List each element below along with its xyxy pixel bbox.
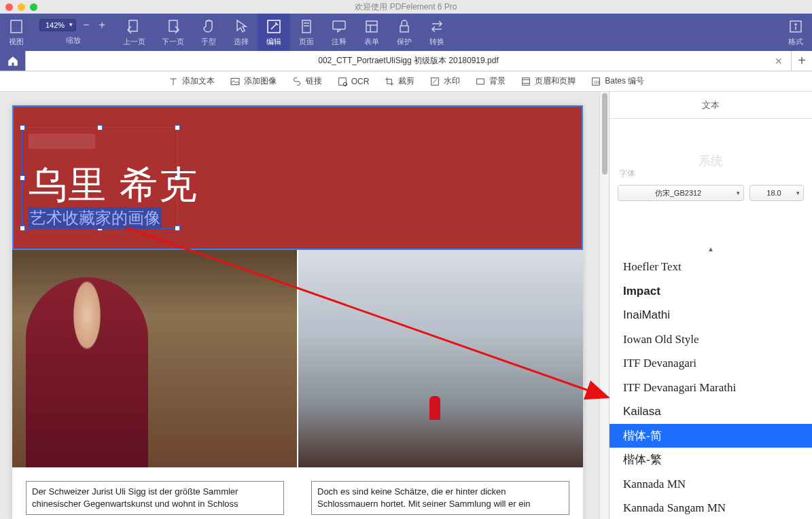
font-option[interactable]: ITF Devanagari Marathi xyxy=(610,376,812,400)
font-option-highlighted[interactable]: 楷体-简 xyxy=(610,424,812,448)
background-button[interactable]: 背景 xyxy=(475,75,506,87)
font-family-select[interactable]: 仿宋_GB2312 xyxy=(618,185,744,201)
photo-right xyxy=(298,250,583,467)
svg-rect-20 xyxy=(523,77,530,85)
panel-system-label: 系统 xyxy=(699,153,723,169)
page-icon xyxy=(298,18,315,35)
properties-panel: 文本 系统 字体 仿宋_GB2312 18.0 ▲ Hoefler Text I… xyxy=(609,92,812,519)
zoom-select[interactable]: 142% xyxy=(39,19,76,31)
svg-rect-19 xyxy=(477,79,484,84)
close-window-button[interactable] xyxy=(5,3,13,11)
add-tab-button[interactable]: + xyxy=(792,51,812,71)
font-option[interactable]: 楷体-繁 xyxy=(610,448,812,472)
page-button[interactable]: 页面 xyxy=(290,14,323,51)
svg-rect-1 xyxy=(129,20,137,31)
zoom-in-button[interactable]: + xyxy=(96,19,107,31)
next-page-button[interactable]: 下一页 xyxy=(154,14,192,51)
lock-icon xyxy=(396,18,412,35)
comment-button[interactable]: 注释 xyxy=(323,14,355,51)
convert-icon xyxy=(429,18,445,35)
tab-bar: 002_CTT_PortraetUliSigg 初级版本 20180919.pd… xyxy=(0,51,812,71)
prev-page-icon xyxy=(126,18,142,35)
header-footer-button[interactable]: 页眉和页脚 xyxy=(520,75,576,87)
vertical-scrollbar[interactable] xyxy=(599,92,609,519)
main-toolbar: 视图 142% − + 缩放 上一页 下一页 手型 选择 编辑 页面 注释 表单 xyxy=(0,14,812,51)
prev-page-button[interactable]: 上一页 xyxy=(115,14,154,51)
scrollbar-thumb[interactable] xyxy=(602,93,607,175)
document-tab-label: 002_CTT_PortraetUliSigg 初级版本 20180919.pd… xyxy=(318,55,498,67)
format-button[interactable]: 格式 xyxy=(779,14,812,51)
font-option[interactable]: Kannada Sangam MN xyxy=(610,496,812,519)
font-option[interactable]: Impact xyxy=(610,279,812,304)
svg-rect-4 xyxy=(302,20,311,33)
document-subtitle[interactable]: 艺术收藏家的画像 xyxy=(29,207,162,229)
font-size-select[interactable]: 18.0 xyxy=(749,185,804,201)
font-option[interactable]: ITF Devanagari xyxy=(610,351,812,376)
close-tab-button[interactable]: ✕ xyxy=(775,56,783,67)
edit-icon xyxy=(266,18,282,35)
font-option[interactable]: Kannada MN xyxy=(610,472,812,497)
svg-rect-7 xyxy=(333,21,345,29)
font-option[interactable]: Kailasa xyxy=(610,399,812,424)
svg-point-13 xyxy=(795,24,796,25)
comment-icon xyxy=(331,18,347,35)
distant-figure xyxy=(429,396,440,420)
edit-tool-button[interactable]: 编辑 xyxy=(258,14,290,51)
font-option[interactable]: Iowan Old Style xyxy=(610,327,812,352)
zoom-out-button[interactable]: − xyxy=(80,19,92,31)
content-area: 乌里 希克 艺术收藏家的画像 Der Schweizer Jurist Uli … xyxy=(0,92,812,519)
window-controls xyxy=(5,3,37,11)
person-figure xyxy=(26,277,148,467)
add-image-button[interactable]: 添加图像 xyxy=(230,75,277,87)
svg-rect-11 xyxy=(400,26,408,32)
maximize-window-button[interactable] xyxy=(30,3,37,11)
add-text-button[interactable]: 添加文本 xyxy=(168,75,215,87)
document-tab[interactable]: 002_CTT_PortraetUliSigg 初级版本 20180919.pd… xyxy=(26,51,792,71)
header-block[interactable]: 乌里 希克 艺术收藏家的画像 xyxy=(12,105,583,250)
window-title: 欢迎使用 PDFelement 6 Pro xyxy=(355,1,457,13)
font-section-label: 字体 xyxy=(619,168,804,179)
text-column-right[interactable]: Doch es sind keine Schätze, die er hinte… xyxy=(311,481,569,515)
format-icon xyxy=(788,18,804,35)
svg-rect-2 xyxy=(169,20,177,31)
watermark-button[interactable]: 水印 xyxy=(429,75,460,87)
home-tab[interactable] xyxy=(0,51,26,71)
text-column-left[interactable]: Der Schweizer Jurist Uli Sigg ist der gr… xyxy=(26,481,284,515)
panel-tab-text[interactable]: 文本 xyxy=(610,92,812,119)
zoom-group: 142% − + 缩放 xyxy=(33,14,115,51)
convert-button[interactable]: 转换 xyxy=(421,14,453,51)
select-tool-button[interactable]: 选择 xyxy=(225,14,258,51)
edit-toolbar: 添加文本 添加图像 链接 OCR 裁剪 水印 背景 页眉和页脚 123Bates… xyxy=(0,71,812,92)
document-page: 乌里 希克 艺术收藏家的画像 Der Schweizer Jurist Uli … xyxy=(12,105,583,519)
svg-rect-16 xyxy=(338,77,346,85)
hand-icon xyxy=(200,18,217,35)
text-columns: Der Schweizer Jurist Uli Sigg ist der gr… xyxy=(12,467,583,519)
font-dropdown-list[interactable]: ▲ Hoefler Text Impact InaiMathi Iowan Ol… xyxy=(610,245,812,519)
document-title[interactable]: 乌里 希克 xyxy=(29,160,198,211)
cursor-icon xyxy=(233,18,249,35)
font-option[interactable]: InaiMathi xyxy=(610,303,812,327)
scroll-up-arrow[interactable]: ▲ xyxy=(610,245,812,255)
form-button[interactable]: 表单 xyxy=(355,14,388,51)
view-icon xyxy=(8,18,24,35)
photo-left xyxy=(12,250,297,467)
svg-rect-0 xyxy=(11,20,22,33)
ocr-button[interactable]: OCR xyxy=(337,76,370,87)
svg-rect-8 xyxy=(366,21,377,32)
title-bar: 欢迎使用 PDFelement 6 Pro xyxy=(0,0,812,14)
protect-button[interactable]: 保护 xyxy=(388,14,421,51)
form-icon xyxy=(364,18,380,35)
hand-tool-button[interactable]: 手型 xyxy=(192,14,225,51)
svg-text:123: 123 xyxy=(594,79,600,84)
crop-button[interactable]: 裁剪 xyxy=(384,75,414,87)
link-button[interactable]: 链接 xyxy=(292,75,322,87)
bates-button[interactable]: 123Bates 编号 xyxy=(590,75,644,87)
panel-body: 系统 字体 仿宋_GB2312 18.0 ▲ Hoefler Text Impa… xyxy=(610,119,812,519)
svg-point-17 xyxy=(343,82,347,86)
next-page-icon xyxy=(164,18,181,35)
view-button[interactable]: 视图 xyxy=(0,14,33,51)
font-option[interactable]: Hoefler Text xyxy=(610,255,812,279)
minimize-window-button[interactable] xyxy=(18,3,25,11)
photo-row xyxy=(12,250,583,467)
